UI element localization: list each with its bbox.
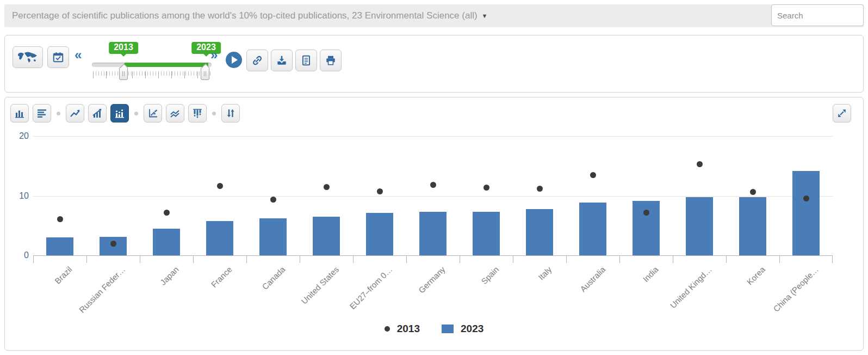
category-label: Brazil bbox=[53, 265, 74, 286]
bar-2023-Australia[interactable] bbox=[579, 203, 606, 255]
line-chart-icon bbox=[70, 108, 80, 119]
step-back-button[interactable]: « bbox=[75, 48, 82, 62]
x-axis-tick bbox=[140, 256, 140, 263]
category-label: Japan bbox=[158, 265, 181, 287]
bar-2023-EU27–from 0…[interactable] bbox=[366, 213, 393, 255]
print-button[interactable] bbox=[320, 50, 342, 71]
sort-arrows-icon bbox=[225, 108, 236, 119]
time-range-slider: 2013 2023 bbox=[88, 41, 216, 88]
sort-toggle-button[interactable] bbox=[221, 104, 240, 123]
growth-chart-button[interactable] bbox=[88, 104, 107, 123]
chart-panel: 01020BrazilRussian Feder…JapanFranceCana… bbox=[4, 97, 864, 351]
column-chart-button[interactable] bbox=[10, 104, 29, 123]
world-map-icon bbox=[17, 51, 39, 63]
y-tick-label: 0 bbox=[7, 250, 29, 260]
x-axis-tick bbox=[246, 256, 247, 263]
growth-chart-icon bbox=[92, 108, 103, 119]
bar-2023-Japan[interactable] bbox=[153, 229, 180, 255]
multi-line-chart-button[interactable] bbox=[166, 104, 184, 123]
bar-2023-Brazil[interactable] bbox=[46, 237, 73, 255]
world-map-button[interactable] bbox=[13, 46, 43, 68]
x-axis-tick bbox=[779, 256, 780, 263]
x-axis-tick bbox=[193, 256, 194, 263]
legend-item-2023[interactable]: 2023 bbox=[442, 323, 483, 335]
drop-bar-chart-button[interactable] bbox=[188, 104, 207, 123]
app: Percentage of scientific publications am… bbox=[0, 0, 868, 355]
x-axis-tick bbox=[86, 256, 87, 263]
bar-2023-United States[interactable] bbox=[313, 217, 340, 255]
page-title: Percentage of scientific publications am… bbox=[4, 10, 478, 21]
bar-2023-Germany[interactable] bbox=[419, 212, 447, 255]
legend-label: 2023 bbox=[461, 323, 483, 335]
category-label: France bbox=[209, 265, 234, 289]
time-toolbar: « 2013 2023 » bbox=[4, 35, 864, 93]
x-axis-tick bbox=[673, 256, 673, 263]
category-label: India bbox=[641, 265, 660, 284]
chart-legend: 2013 2023 bbox=[5, 323, 863, 335]
dot-2013-Brazil[interactable] bbox=[57, 216, 63, 222]
link-icon bbox=[251, 54, 263, 66]
dot-2013-China (People…[interactable] bbox=[803, 195, 809, 201]
share-link-button[interactable] bbox=[246, 50, 268, 71]
calendar-button[interactable] bbox=[47, 46, 69, 68]
category-label: Korea bbox=[745, 265, 767, 286]
category-label: Germany bbox=[417, 265, 447, 295]
column-dot-chart-icon bbox=[114, 108, 125, 119]
fullscreen-button[interactable] bbox=[833, 104, 851, 123]
y-tick-label: 10 bbox=[7, 191, 29, 201]
scatter-chart-icon bbox=[147, 108, 158, 119]
dot-2013-India[interactable] bbox=[643, 210, 649, 216]
x-axis-tick bbox=[406, 256, 407, 263]
x-axis-tick bbox=[460, 256, 460, 263]
start-year-badge: 2013 bbox=[109, 42, 138, 54]
bar-2023-China (People…[interactable] bbox=[792, 171, 820, 255]
bar-2023-Canada[interactable] bbox=[259, 218, 287, 255]
dot-2013-Italy[interactable] bbox=[537, 186, 543, 192]
dot-2013-United Kingd…[interactable] bbox=[697, 161, 703, 167]
drop-bar-chart-icon bbox=[192, 108, 203, 119]
dot-2013-Canada[interactable] bbox=[270, 197, 276, 203]
dot-2013-Korea[interactable] bbox=[750, 189, 756, 195]
legend-item-2013[interactable]: 2013 bbox=[385, 323, 420, 335]
step-forward-button[interactable]: » bbox=[210, 48, 218, 62]
dot-2013-Russian Feder…[interactable] bbox=[110, 241, 116, 247]
category-label: Italy bbox=[537, 265, 554, 281]
dot-2013-Australia[interactable] bbox=[590, 172, 596, 178]
line-chart-button[interactable] bbox=[66, 104, 84, 123]
x-axis-tick bbox=[513, 256, 513, 263]
category-label: United Kingd… bbox=[668, 265, 714, 310]
slider-selected-range bbox=[125, 63, 208, 67]
multi-line-chart-icon bbox=[170, 108, 181, 119]
toolbar-separator-dot bbox=[134, 112, 138, 115]
printer-icon bbox=[325, 54, 337, 66]
bar-2023-United Kingd…[interactable] bbox=[686, 197, 713, 255]
bar-2023-France[interactable] bbox=[206, 221, 233, 256]
indicator-dropdown[interactable]: Percentage of scientific publications am… bbox=[4, 4, 864, 27]
bar-2023-Korea[interactable] bbox=[739, 197, 766, 255]
bar-2023-Italy[interactable] bbox=[526, 209, 553, 255]
search-input[interactable] bbox=[771, 4, 864, 26]
row-chart-button[interactable] bbox=[33, 104, 51, 123]
chart-type-toolbar bbox=[10, 104, 240, 123]
document-icon bbox=[300, 54, 312, 66]
data-table-button[interactable] bbox=[295, 50, 317, 71]
column-dot-chart-button[interactable] bbox=[110, 104, 129, 123]
x-axis-tick bbox=[832, 256, 833, 263]
scatter-chart-button[interactable] bbox=[144, 104, 162, 123]
play-button[interactable] bbox=[226, 52, 242, 68]
dot-2013-Spain[interactable] bbox=[483, 185, 489, 191]
expand-icon bbox=[836, 108, 847, 119]
slider-end-handle[interactable] bbox=[201, 67, 209, 80]
dot-2013-Germany[interactable] bbox=[430, 182, 436, 188]
download-button[interactable] bbox=[271, 50, 293, 71]
dot-2013-EU27–from 0…[interactable] bbox=[377, 188, 383, 194]
column-chart-icon bbox=[14, 108, 25, 119]
bar-2023-Spain[interactable] bbox=[473, 212, 500, 255]
dot-2013-Japan[interactable] bbox=[164, 210, 170, 216]
dot-2013-United States[interactable] bbox=[324, 184, 330, 190]
x-axis-tick bbox=[566, 256, 567, 263]
dot-2013-France[interactable] bbox=[217, 183, 223, 189]
slider-track[interactable] bbox=[92, 63, 212, 67]
play-icon bbox=[232, 56, 238, 64]
slider-start-handle[interactable] bbox=[119, 67, 128, 80]
